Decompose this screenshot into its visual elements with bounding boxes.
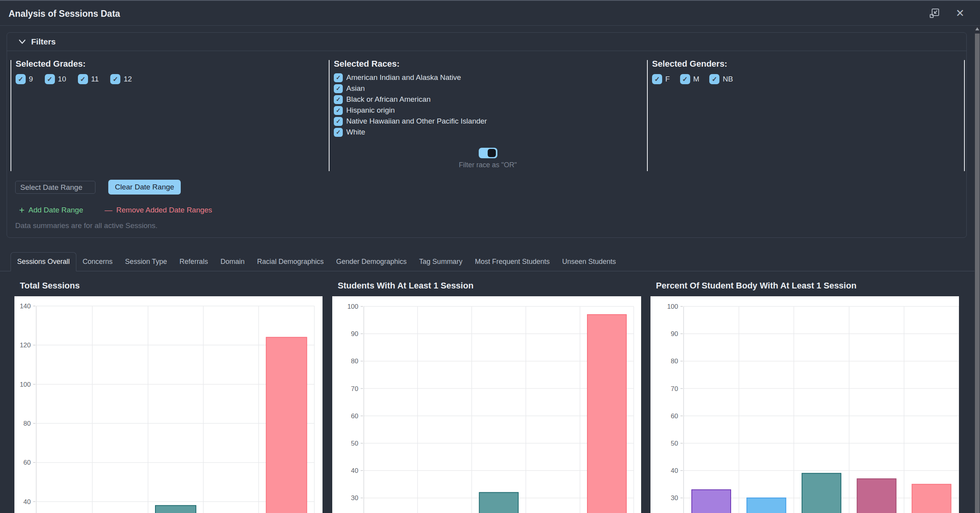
gender-checkbox-label: NB — [723, 75, 733, 83]
race-checkbox[interactable]: ✓Native Hawaiian and Other Pacific Islan… — [334, 116, 647, 127]
y-axis-tick-label: 50 — [671, 440, 678, 447]
chart-title: Students With At Least 1 Session — [332, 281, 641, 296]
gender-checkbox-label: F — [665, 75, 670, 83]
genders-checkbox-list: ✓F✓M✓NB — [652, 74, 964, 84]
y-axis-tick-label: 40 — [671, 467, 678, 474]
grade-checkbox[interactable]: ✓10 — [45, 74, 66, 84]
checkbox-checked-icon[interactable]: ✓ — [334, 73, 343, 82]
y-axis-tick-label: 120 — [20, 341, 31, 349]
grade-checkbox[interactable]: ✓11 — [78, 74, 99, 84]
checkbox-checked-icon[interactable]: ✓ — [334, 128, 343, 137]
race-checkbox-label: White — [346, 128, 365, 136]
checkbox-checked-icon[interactable]: ✓ — [334, 117, 343, 126]
tab-domain[interactable]: Domain — [214, 253, 251, 271]
checkbox-checked-icon[interactable]: ✓ — [45, 74, 55, 84]
scroll-up-arrow-icon[interactable] — [975, 27, 979, 30]
races-heading: Selected Races: — [334, 59, 647, 69]
checkbox-checked-icon[interactable]: ✓ — [680, 74, 690, 84]
tab-session-type[interactable]: Session Type — [119, 253, 173, 271]
grade-checkbox-label: 10 — [58, 75, 66, 83]
filters-panel: Filters Selected Grades: ✓9✓10✓11✓12 Sel… — [7, 32, 967, 238]
race-checkbox[interactable]: ✓Hispanic origin — [334, 105, 647, 116]
bar — [479, 492, 518, 513]
race-checkbox-label: Asian — [346, 84, 365, 93]
chart-title: Percent Of Student Body With At Least 1 … — [650, 281, 959, 296]
y-axis-tick-label: 100 — [347, 303, 358, 310]
y-axis-tick-label: 140 — [20, 302, 31, 310]
tab-tag-summary[interactable]: Tag Summary — [413, 253, 469, 271]
tab-unseen-students[interactable]: Unseen Students — [556, 253, 622, 271]
y-axis-tick-label: 60 — [351, 412, 358, 420]
chevron-down-icon — [18, 37, 26, 46]
tab-most-frequent-students[interactable]: Most Frequent Students — [469, 253, 556, 271]
add-date-range-button[interactable]: + Add Date Range — [19, 206, 83, 214]
grade-checkbox-label: 9 — [29, 75, 33, 83]
filters-columns: Selected Grades: ✓9✓10✓11✓12 Selected Ra… — [7, 51, 966, 171]
checkbox-checked-icon[interactable]: ✓ — [110, 74, 120, 84]
grades-heading: Selected Grades: — [16, 59, 329, 69]
checkbox-checked-icon[interactable]: ✓ — [78, 74, 88, 84]
minus-icon: — — [105, 206, 113, 214]
date-range-links: + Add Date Range — Remove Added Date Ran… — [19, 206, 212, 214]
race-or-toggle-knob — [488, 149, 496, 157]
tab-referrals[interactable]: Referrals — [173, 253, 214, 271]
race-checkbox-label: Black or African American — [346, 95, 430, 104]
grade-checkbox[interactable]: ✓9 — [16, 74, 33, 84]
checkbox-checked-icon[interactable]: ✓ — [16, 74, 26, 84]
bar — [155, 506, 196, 513]
chart-plot-area: 10090807060504030 — [650, 296, 959, 513]
chart-svg: 10090807060504030 — [332, 296, 641, 513]
y-axis-tick-label: 90 — [351, 330, 358, 338]
tab-racial-demographics[interactable]: Racial Demographics — [251, 253, 330, 271]
checkbox-checked-icon[interactable]: ✓ — [334, 84, 343, 93]
close-icon[interactable]: ✕ — [955, 8, 964, 19]
chart-card: Percent Of Student Body With At Least 1 … — [650, 281, 959, 513]
scrollbar-thumb[interactable] — [975, 34, 980, 513]
race-checkbox[interactable]: ✓Black or African American — [334, 94, 647, 105]
tab-concerns[interactable]: Concerns — [76, 253, 119, 271]
y-axis-tick-label: 100 — [667, 303, 678, 310]
checkbox-checked-icon[interactable]: ✓ — [709, 74, 719, 84]
grades-filter-column: Selected Grades: ✓9✓10✓11✓12 — [11, 51, 329, 171]
bar — [802, 473, 841, 513]
race-or-toggle[interactable] — [479, 148, 497, 158]
bar — [587, 315, 626, 513]
plus-icon: + — [19, 206, 25, 214]
date-range-input[interactable] — [15, 181, 95, 194]
race-checkbox-label: American Indian and Alaska Native — [346, 73, 461, 82]
race-checkbox[interactable]: ✓Asian — [334, 83, 647, 94]
filters-header[interactable]: Filters — [7, 33, 966, 51]
y-axis-tick-label: 40 — [351, 467, 358, 474]
y-axis-tick-label: 80 — [351, 357, 358, 365]
tab-gender-demographics[interactable]: Gender Demographics — [330, 253, 413, 271]
page-title: Analysis of Sessions Data — [9, 9, 120, 19]
y-axis-tick-label: 70 — [351, 385, 358, 393]
bar — [692, 490, 731, 513]
chart-card: Total Sessions140120100806040 — [14, 281, 323, 513]
genders-filter-column: Selected Genders: ✓F✓M✓NB — [647, 51, 964, 171]
bar — [912, 484, 951, 513]
checkbox-checked-icon[interactable]: ✓ — [334, 106, 343, 115]
filters-note: Data summaries are for all active Sessio… — [15, 221, 157, 230]
tab-bar: Sessions OverallConcernsSession TypeRefe… — [0, 252, 975, 271]
race-checkbox[interactable]: ✓White — [334, 127, 647, 138]
checkbox-checked-icon[interactable]: ✓ — [652, 74, 662, 84]
clear-date-range-button[interactable]: Clear Date Range — [108, 180, 181, 195]
checkbox-checked-icon[interactable]: ✓ — [334, 95, 343, 104]
title-bar: Analysis of Sessions Data ✕ — [0, 1, 980, 26]
remove-date-ranges-button[interactable]: — Remove Added Date Ranges — [105, 206, 212, 214]
gender-checkbox[interactable]: ✓M — [680, 74, 700, 84]
remove-date-ranges-label: Remove Added Date Ranges — [116, 206, 212, 214]
tab-sessions-overall[interactable]: Sessions Overall — [11, 252, 76, 271]
gender-checkbox[interactable]: ✓NB — [709, 74, 733, 84]
restore-window-icon[interactable] — [929, 8, 940, 19]
race-checkbox[interactable]: ✓American Indian and Alaska Native — [334, 72, 647, 83]
chart-svg: 140120100806040 — [14, 296, 323, 513]
grades-checkbox-list: ✓9✓10✓11✓12 — [16, 74, 329, 84]
genders-heading: Selected Genders: — [652, 59, 964, 69]
grade-checkbox[interactable]: ✓12 — [110, 74, 132, 84]
scrollbar[interactable] — [975, 26, 980, 513]
y-axis-tick-label: 50 — [351, 440, 358, 447]
y-axis-tick-label: 80 — [23, 420, 31, 427]
gender-checkbox[interactable]: ✓F — [652, 74, 670, 84]
